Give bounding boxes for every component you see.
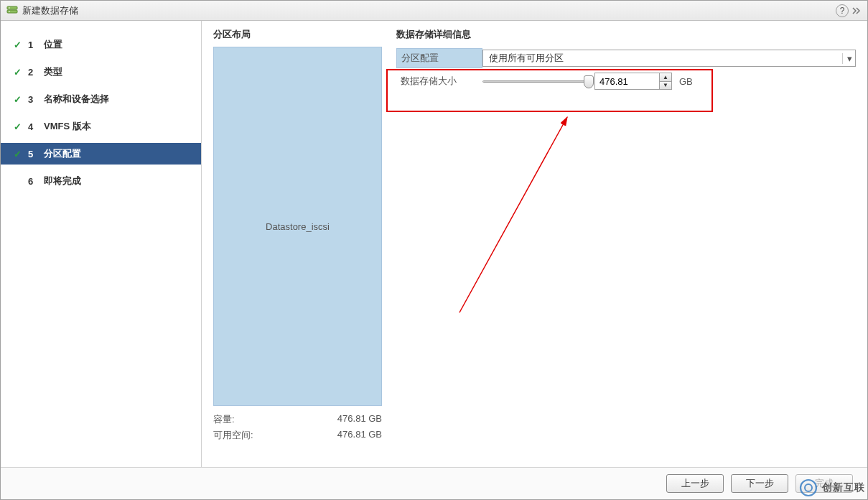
free-space-row: 可用空间: 476.81 GB: [213, 429, 382, 442]
next-button[interactable]: 下一步: [731, 474, 788, 493]
partition-layout-column: 分区布局 Datastore_iscsi 容量: 476.81 GB 可用空间:…: [213, 28, 382, 460]
spinner-down-button[interactable]: ▼: [660, 82, 671, 90]
dialog-footer: 上一步 下一步 完成: [1, 467, 867, 499]
content-area: 分区布局 Datastore_iscsi 容量: 476.81 GB 可用空间:…: [202, 21, 867, 467]
free-space-label: 可用空间:: [213, 429, 253, 442]
partition-config-value-cell: 使用所有可用分区 ▾: [482, 50, 856, 67]
step-partition-config[interactable]: ✓ 5 分区配置: [1, 143, 201, 165]
dropdown-selected-text: 使用所有可用分区: [489, 52, 564, 65]
slider-track: [482, 80, 590, 83]
datastore-name-label: Datastore_iscsi: [266, 221, 330, 232]
partition-layout-box: Datastore_iscsi: [213, 47, 382, 406]
capacity-value: 476.81 GB: [337, 413, 382, 426]
dialog-title: 新建数据存储: [22, 4, 836, 17]
collapse-icon[interactable]: [851, 6, 862, 16]
svg-rect-1: [7, 10, 17, 13]
finish-button[interactable]: 完成: [795, 474, 853, 493]
check-icon: ✓: [14, 40, 24, 50]
new-datastore-dialog: 新建数据存储 ? ✓ 1 位置 ✓ 2 类型 ✓ 3 名称和设备选择: [0, 0, 868, 500]
svg-rect-0: [7, 6, 17, 9]
wizard-steps-sidebar: ✓ 1 位置 ✓ 2 类型 ✓ 3 名称和设备选择 ✓ 4 VMFS 版本 ✓: [1, 21, 202, 467]
capacity-row: 容量: 476.81 GB: [213, 413, 382, 426]
datastore-size-row: 数据存储大小 ▲ ▼: [396, 70, 856, 93]
size-slider[interactable]: [482, 75, 590, 87]
title-bar: 新建数据存储 ?: [1, 1, 867, 21]
free-space-value: 476.81 GB: [337, 429, 382, 442]
datastore-size-label: 数据存储大小: [396, 75, 482, 88]
datastore-details-title: 数据存储详细信息: [396, 28, 856, 41]
capacity-label: 容量:: [213, 413, 235, 426]
partition-config-label: 分区配置: [396, 48, 482, 68]
check-icon: ✓: [14, 121, 24, 132]
check-icon: ✓: [14, 149, 24, 159]
partition-config-dropdown[interactable]: 使用所有可用分区 ▾: [482, 50, 856, 67]
step-vmfs-version[interactable]: ✓ 4 VMFS 版本: [1, 116, 201, 137]
main-layout: ✓ 1 位置 ✓ 2 类型 ✓ 3 名称和设备选择 ✓ 4 VMFS 版本 ✓: [1, 21, 867, 467]
datastore-icon: [6, 5, 18, 17]
svg-point-3: [9, 11, 10, 12]
step-ready-complete[interactable]: ✓ 6 即将完成: [1, 170, 201, 192]
check-icon: ✓: [14, 67, 24, 78]
step-location[interactable]: ✓ 1 位置: [1, 34, 201, 55]
partition-layout-title: 分区布局: [213, 28, 382, 41]
size-unit-label: GB: [679, 76, 693, 87]
datastore-size-value-cell: ▲ ▼ GB: [482, 73, 856, 90]
svg-point-2: [9, 7, 10, 9]
step-name-device[interactable]: ✓ 3 名称和设备选择: [1, 88, 201, 110]
spinner-up-button[interactable]: ▲: [660, 73, 671, 82]
datastore-details-column: 数据存储详细信息 分区配置 使用所有可用分区 ▾ 数据存储大小: [396, 28, 856, 460]
help-icon[interactable]: ?: [836, 4, 849, 17]
step-type[interactable]: ✓ 2 类型: [1, 61, 201, 83]
chevron-down-icon: ▾: [842, 53, 852, 64]
back-button[interactable]: 上一步: [666, 474, 724, 493]
slider-thumb[interactable]: [584, 75, 594, 88]
size-input[interactable]: [594, 73, 659, 90]
partition-config-row: 分区配置 使用所有可用分区 ▾: [396, 47, 856, 70]
title-bar-controls: ?: [836, 4, 862, 17]
spinner-buttons: ▲ ▼: [659, 73, 672, 90]
details-table: 分区配置 使用所有可用分区 ▾ 数据存储大小: [396, 47, 856, 93]
layout-stats: 容量: 476.81 GB 可用空间: 476.81 GB: [213, 413, 382, 445]
size-spinner: ▲ ▼: [594, 73, 672, 90]
check-icon: ✓: [14, 94, 24, 105]
